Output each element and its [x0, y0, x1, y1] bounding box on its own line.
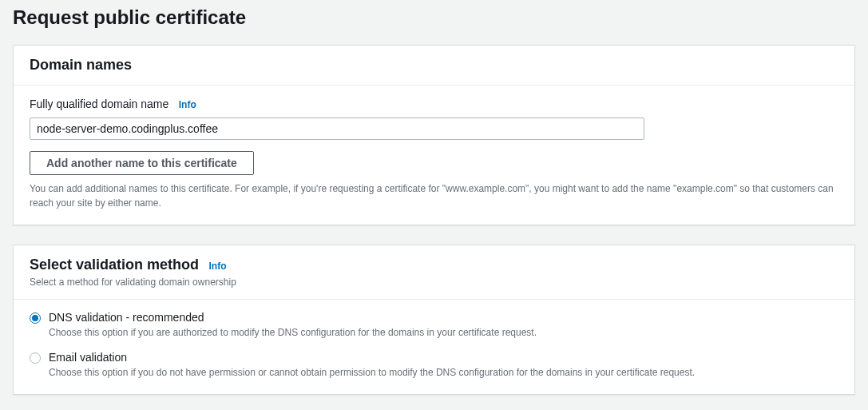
domain-names-panel: Domain names Fully qualified domain name…: [13, 45, 855, 225]
validation-method-desc: Select a method for validating domain ow…: [30, 277, 838, 288]
radio-icon: [30, 352, 41, 364]
fqdn-input[interactable]: [30, 117, 644, 140]
radio-desc-email: Choose this option if you do not have pe…: [49, 365, 695, 380]
radio-label-email: Email validation: [49, 351, 695, 364]
validation-method-header: Select validation method Info Select a m…: [14, 245, 854, 300]
radio-dns-validation[interactable]: DNS validation - recommended Choose this…: [30, 311, 838, 340]
page-title: Request public certificate: [13, 6, 855, 29]
domain-names-heading: Domain names: [30, 57, 132, 73]
validation-radio-group: DNS validation - recommended Choose this…: [30, 311, 838, 380]
domain-names-body: Fully qualified domain name Info Add ano…: [14, 86, 854, 225]
validation-method-panel: Select validation method Info Select a m…: [13, 245, 855, 395]
radio-desc-dns: Choose this option if you are authorized…: [49, 325, 537, 340]
radio-content: DNS validation - recommended Choose this…: [49, 311, 537, 340]
validation-method-body: DNS validation - recommended Choose this…: [14, 300, 854, 394]
fqdn-field: Fully qualified domain name Info: [30, 97, 838, 140]
radio-content: Email validation Choose this option if y…: [49, 351, 695, 380]
validation-info-link[interactable]: Info: [209, 261, 227, 272]
add-another-name-button[interactable]: Add another name to this certificate: [30, 151, 254, 175]
add-name-help-text: You can add additional names to this cer…: [30, 181, 838, 210]
fqdn-info-link[interactable]: Info: [179, 99, 196, 110]
radio-email-validation[interactable]: Email validation Choose this option if y…: [30, 351, 838, 380]
domain-names-header: Domain names: [14, 46, 854, 86]
radio-label-dns: DNS validation - recommended: [49, 311, 537, 324]
radio-icon: [30, 312, 41, 324]
fqdn-label: Fully qualified domain name: [30, 98, 168, 110]
validation-method-heading: Select validation method: [30, 257, 199, 273]
